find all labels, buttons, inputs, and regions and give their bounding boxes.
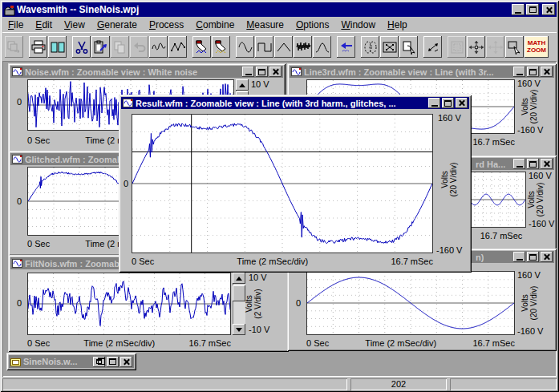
undo-button[interactable] (130, 36, 148, 58)
x-end-label: 16.7 mSec (188, 338, 231, 348)
minimize-button[interactable] (512, 4, 525, 15)
scroll-up-button[interactable] (233, 273, 245, 284)
minimize-icon (515, 12, 521, 14)
close-button[interactable] (269, 67, 282, 77)
square-wave-button[interactable] (255, 36, 273, 58)
menu-window[interactable]: Window (335, 18, 382, 32)
window-line3rd-titlebar[interactable]: Line3rd.wfm : Zoomable view : Line (with… (290, 66, 554, 78)
y-axis-title: Volts(20 V/div) (521, 271, 538, 335)
menu-file[interactable]: File (2, 18, 30, 32)
menu-help[interactable]: Help (382, 18, 414, 32)
waveform-plot[interactable] (27, 273, 231, 335)
app-titlebar[interactable]: Wavesmith -- SineNois.wpj (2, 2, 557, 17)
waveform-plot[interactable] (306, 271, 515, 335)
maximize-button[interactable] (442, 98, 454, 108)
export-icon (6, 40, 22, 55)
printer-icon (30, 40, 47, 55)
window-noise-titlebar[interactable]: Noise.wfm : Zoomable view : White noise (10, 66, 283, 78)
project-icon (10, 357, 21, 367)
x-end-label: 16.7 mSec (391, 257, 433, 266)
maximize-button[interactable] (526, 4, 539, 15)
menu-process[interactable]: Process (144, 18, 190, 32)
y-zero-label: 0 (124, 179, 128, 188)
minimize-button[interactable] (513, 252, 525, 262)
waveform-plot[interactable] (132, 114, 433, 253)
window-result: Result.wfm : Zoomable view : Line (with … (119, 95, 472, 273)
y-max-label: 160 V (438, 113, 461, 123)
window-title: Line3rd.wfm : Zoomable view : Line (with… (304, 67, 511, 77)
print-button[interactable] (29, 36, 47, 58)
menu-generate[interactable]: Generate (91, 18, 144, 32)
highlight-wave-button[interactable] (192, 36, 211, 58)
flashlight-wave-icon (194, 40, 210, 55)
noise-wave-button[interactable] (294, 36, 312, 58)
triangle-wave-button[interactable] (274, 36, 293, 58)
window-minimized-titlebar[interactable]: SineNois.w... (9, 355, 134, 368)
waveform-icon (123, 98, 133, 108)
x-start-label: 0 Sec (27, 239, 50, 249)
scroll-up-button[interactable] (236, 79, 249, 91)
pan-center-button[interactable] (467, 36, 485, 58)
wavesmith-app-window: Wavesmith -- SineNois.wpj FileEditViewGe… (0, 0, 559, 392)
y-zero-label: 0 (17, 97, 22, 107)
clip-region-button[interactable] (380, 36, 399, 58)
swap-axes-button[interactable] (423, 36, 442, 58)
menu-measure[interactable]: Measure (241, 18, 290, 32)
minimize-button[interactable] (513, 159, 525, 169)
math-zoom-button[interactable]: MATHZOOM (525, 36, 549, 58)
close-button[interactable] (120, 357, 132, 367)
waveform-icon (12, 154, 22, 164)
status-bar: 202 (2, 378, 557, 390)
minimize-button[interactable] (242, 67, 254, 77)
minimize-button[interactable] (428, 98, 440, 108)
cut-button[interactable] (72, 36, 91, 58)
export-button[interactable] (5, 36, 23, 58)
minimize-icon (516, 166, 523, 168)
menu-edit[interactable]: Edit (30, 18, 59, 32)
close-icon (545, 6, 553, 14)
pan-all-button[interactable] (486, 36, 504, 58)
freehand-wave-button[interactable] (149, 36, 168, 58)
maximize-button[interactable] (107, 357, 119, 367)
previous-view-button[interactable] (337, 36, 355, 58)
menu-combine[interactable]: Combine (190, 18, 241, 32)
scroll-thumb[interactable] (233, 285, 245, 301)
x-start-label: 0 Sec (132, 257, 154, 266)
menu-view[interactable]: View (59, 18, 91, 32)
drag-copy-icon (401, 40, 417, 55)
status-value-panel: 202 (350, 378, 447, 390)
restore-button[interactable] (93, 357, 105, 367)
y-min-label: -10 V (249, 325, 269, 334)
ellipse-pair-button[interactable] (361, 36, 379, 58)
y-zero-label: 0 (17, 298, 22, 308)
close-button[interactable] (542, 4, 555, 15)
window-result-titlebar[interactable]: Result.wfm : Zoomable view : Line (with … (121, 97, 469, 109)
zoom-box-button[interactable] (505, 36, 524, 58)
sine-wave-button[interactable] (236, 36, 254, 58)
close-icon (272, 68, 279, 75)
highlight-region-button[interactable] (212, 36, 230, 58)
paste-icon (93, 40, 109, 55)
clip-region-icon (382, 40, 398, 55)
polyline-wave-button[interactable] (168, 36, 187, 58)
center-grid-icon (449, 40, 465, 55)
x-end-label: 16.7 mSec (472, 137, 515, 147)
scroll-down-button[interactable] (233, 324, 245, 335)
gaussian-wave-icon (314, 40, 330, 55)
close-button[interactable] (541, 67, 553, 77)
app-icon[interactable] (4, 5, 14, 15)
tile-windows-button[interactable] (48, 36, 67, 58)
close-button[interactable] (541, 252, 553, 262)
x-axis-title: Time (2 mSec/div) (237, 257, 308, 266)
copy-button[interactable] (111, 36, 129, 58)
gaussian-wave-button[interactable] (313, 36, 331, 58)
drag-copy-button[interactable] (399, 36, 418, 58)
center-grid-button[interactable] (448, 36, 466, 58)
square-wave-icon (257, 40, 273, 55)
maximize-button[interactable] (256, 67, 268, 77)
paste-button[interactable] (91, 36, 110, 58)
plot-vscrollbar[interactable] (233, 273, 245, 335)
close-button[interactable] (456, 98, 468, 108)
menu-options[interactable]: Options (290, 18, 335, 32)
maximize-button[interactable] (527, 252, 539, 262)
